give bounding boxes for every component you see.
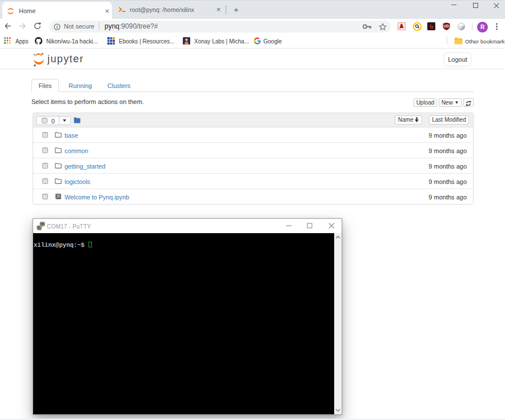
svg-text:h: h bbox=[430, 23, 433, 30]
svg-text:UD: UD bbox=[444, 24, 450, 28]
